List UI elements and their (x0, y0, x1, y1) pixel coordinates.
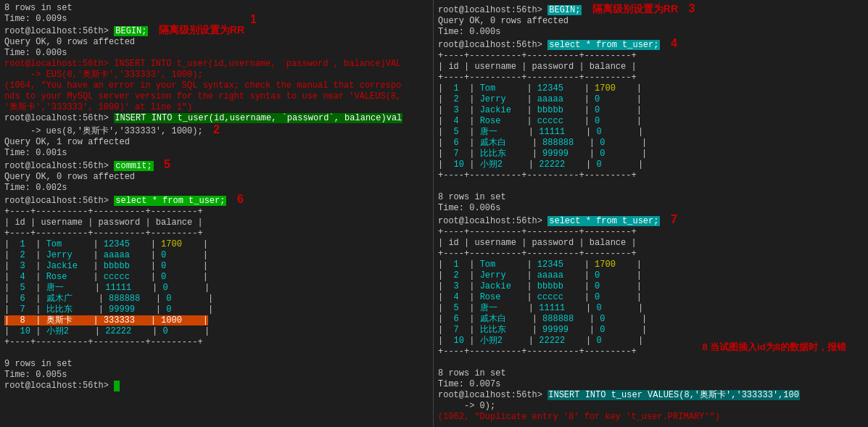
right-content: root@localhost:56th> BEGIN; 隔离级别设置为RR 3 … (438, 3, 864, 423)
annotation-num-1: 1 (250, 13, 257, 26)
annotation-rr-right: 隔离级别设置为RR (592, 3, 678, 14)
annotation-num-4: 4 (671, 37, 677, 49)
annotation-num-7: 7 (671, 213, 677, 225)
right-terminal: root@localhost:56th> BEGIN; 隔离级别设置为RR 3 … (434, 0, 868, 427)
annotation-num-3: 3 (689, 2, 695, 14)
annotation-num-5: 5 (164, 158, 170, 170)
annotation-8: 8 当试图插入id为8的数据时，报错 (702, 341, 846, 354)
annotation-rr-left: 隔离级别设置为RR (159, 24, 244, 36)
annotation-num-2: 2 (213, 123, 220, 136)
annotation-num-6: 6 (237, 193, 244, 205)
left-terminal: 8 rows in set Time: 0.009s root@localhos… (0, 0, 434, 427)
left-content: 8 rows in set Time: 0.009s root@localhos… (4, 3, 429, 391)
